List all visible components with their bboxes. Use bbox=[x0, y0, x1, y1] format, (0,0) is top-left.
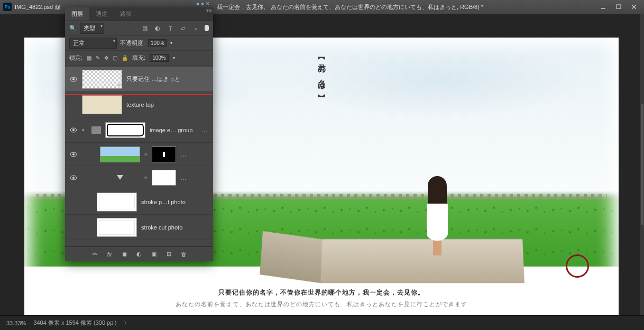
panel-tabs: 图层 通道 路径 ▾≡ bbox=[65, 7, 213, 21]
collapse-panel-icon[interactable]: ◄◄ ✕ bbox=[195, 1, 210, 6]
mask-thumbnail[interactable] bbox=[152, 170, 176, 186]
link-layers-icon[interactable]: ⚯ bbox=[91, 251, 98, 258]
delete-icon[interactable]: 🗑 bbox=[180, 251, 187, 258]
blend-mode-select[interactable]: 正常 bbox=[69, 38, 117, 49]
filter-type-icon[interactable]: T bbox=[167, 25, 174, 32]
svg-point-5 bbox=[72, 78, 75, 80]
more-icon[interactable]: … bbox=[180, 151, 188, 158]
layer-thumbnail[interactable] bbox=[82, 95, 122, 114]
tab-channels[interactable]: 通道 bbox=[89, 7, 114, 21]
mask-thumbnail[interactable] bbox=[152, 146, 176, 162]
info-chevron-icon[interactable]: 〉 bbox=[124, 319, 130, 327]
visibility-icon[interactable] bbox=[69, 101, 78, 108]
layer-row[interactable]: stroke cut photo bbox=[65, 215, 213, 240]
layer-thumbnail[interactable]: ▫ bbox=[82, 70, 122, 89]
svg-point-9 bbox=[72, 153, 75, 155]
filter-shape-icon[interactable]: ▱ bbox=[179, 25, 187, 32]
visibility-icon[interactable] bbox=[69, 76, 78, 83]
caption-secondary: あなたの名前を覚えて、あなたは世界のどの地方にいても、私はきっとあなたを見に行こ… bbox=[24, 300, 619, 308]
layer-row[interactable]: ⎆ … bbox=[65, 166, 213, 189]
opacity-chevron-icon[interactable]: ▾ bbox=[170, 41, 172, 45]
opacity-label: 不透明度: bbox=[120, 39, 145, 47]
layers-list: ▫ 只要记住 …はきっと texture top ▾ image e… grou… bbox=[65, 67, 213, 246]
mask-icon[interactable]: ◼ bbox=[121, 251, 128, 258]
expand-icon[interactable]: ▾ bbox=[82, 127, 87, 133]
vertical-scrollbar[interactable] bbox=[640, 14, 644, 315]
minimize-button[interactable] bbox=[596, 2, 610, 12]
filter-toggle-icon[interactable] bbox=[205, 25, 209, 31]
svg-point-11 bbox=[72, 177, 75, 179]
lock-row: 锁定: ▦ ✎ ✥ ▢ 🔒 填充: 100% ▾ bbox=[65, 51, 213, 66]
filter-type-select[interactable]: 类型 bbox=[80, 23, 104, 34]
lock-paint-icon[interactable]: ✎ bbox=[96, 55, 100, 61]
layer-name[interactable]: stroke p…t photo bbox=[141, 199, 209, 205]
filter-row: 🔍 类型 ▧ ◐ T ▱ ▫ bbox=[65, 21, 213, 36]
layer-thumbnail[interactable] bbox=[97, 218, 137, 237]
fill-value[interactable]: 100% bbox=[150, 54, 169, 62]
visibility-icon[interactable] bbox=[69, 151, 78, 158]
app-logo: Ps bbox=[3, 3, 12, 11]
svg-rect-1 bbox=[617, 5, 621, 8]
fx-icon[interactable]: fx bbox=[106, 251, 113, 258]
layer-thumbnail[interactable] bbox=[100, 146, 140, 162]
filter-smart-icon[interactable]: ▫ bbox=[192, 25, 199, 32]
search-icon: 🔍 bbox=[69, 25, 77, 32]
vertical-title-text: ︻君の名は︼ bbox=[317, 54, 327, 91]
tab-layers[interactable]: 图层 bbox=[65, 7, 89, 21]
layer-row[interactable]: ⎆ … bbox=[65, 143, 213, 166]
document-info[interactable]: 3404 像素 x 1594 像素 (300 ppi) bbox=[33, 319, 116, 327]
layer-row[interactable]: stroke p…t photo bbox=[65, 189, 213, 215]
group-icon[interactable]: ▣ bbox=[150, 251, 158, 258]
blend-row: 正常 不透明度: 100% ▾ bbox=[65, 36, 213, 51]
maximize-button[interactable] bbox=[611, 2, 625, 12]
link-icon[interactable]: ⎆ bbox=[144, 151, 148, 157]
filter-image-icon[interactable]: ▧ bbox=[141, 25, 149, 32]
link-icon[interactable]: ⎆ bbox=[144, 175, 148, 180]
adjustment-layer-icon[interactable]: ◐ bbox=[135, 251, 143, 258]
layer-name[interactable]: texture top bbox=[126, 102, 209, 108]
new-layer-icon[interactable]: ⊞ bbox=[165, 251, 172, 258]
layer-group-row[interactable]: ▾ image e… group … bbox=[65, 117, 213, 143]
lock-move-icon[interactable]: ✥ bbox=[104, 55, 108, 61]
panel-footer: ⚯ fx ◼ ◐ ▣ ⊞ 🗑 bbox=[65, 246, 213, 261]
layer-row[interactable]: texture top bbox=[65, 92, 213, 117]
figure-girl bbox=[422, 176, 452, 255]
document-title: 我一定会，去见你。 あなたの名前を覚えて、あなたは世界のどの地方にいても、私はき… bbox=[217, 0, 581, 14]
document-tab[interactable]: IMG_4822.psd @ bbox=[15, 4, 60, 10]
more-icon[interactable]: … bbox=[201, 126, 209, 134]
window-controls bbox=[596, 2, 641, 12]
filter-adjust-icon[interactable]: ◐ bbox=[154, 25, 161, 32]
layer-name[interactable]: 只要记住 …はきっと bbox=[126, 75, 209, 83]
more-icon[interactable]: … bbox=[180, 174, 188, 181]
layer-name[interactable]: image e… group bbox=[150, 127, 197, 133]
lock-label: 锁定: bbox=[69, 54, 82, 62]
caption-primary: 只要记住你的名字，不管你在世界的哪个地方，我一定会，去见你。 bbox=[24, 288, 619, 297]
lock-artboard-icon[interactable]: ▢ bbox=[113, 55, 117, 61]
lock-all-icon[interactable]: 🔒 bbox=[122, 55, 128, 61]
adjustment-icon[interactable] bbox=[100, 175, 140, 180]
visibility-icon[interactable] bbox=[69, 126, 78, 134]
fill-label: 填充: bbox=[132, 54, 145, 62]
layer-thumbnail[interactable] bbox=[97, 192, 137, 212]
panel-menu-icon[interactable]: ▾≡ bbox=[206, 7, 212, 13]
mask-thumbnail[interactable] bbox=[105, 122, 145, 138]
close-button[interactable] bbox=[627, 2, 641, 12]
layer-name[interactable]: stroke cut photo bbox=[141, 224, 209, 231]
svg-point-7 bbox=[72, 129, 75, 131]
opacity-value[interactable]: 100% bbox=[148, 39, 167, 47]
folder-icon bbox=[91, 126, 101, 134]
fill-chevron-icon[interactable]: ▾ bbox=[173, 56, 175, 60]
lock-trans-icon[interactable]: ▦ bbox=[87, 55, 91, 61]
statusbar: 33.33% 3404 像素 x 1594 像素 (300 ppi) 〉 bbox=[0, 315, 644, 330]
tab-paths[interactable]: 路径 bbox=[114, 7, 138, 21]
layer-row[interactable]: ▫ 只要记住 …はきっと bbox=[65, 67, 213, 92]
visibility-icon[interactable] bbox=[69, 174, 78, 181]
layers-panel: ◄◄ ✕ 图层 通道 路径 ▾≡ 🔍 类型 ▧ ◐ T ▱ ▫ 正常 不透明度:… bbox=[65, 7, 213, 261]
zoom-value[interactable]: 33.33% bbox=[6, 320, 26, 326]
